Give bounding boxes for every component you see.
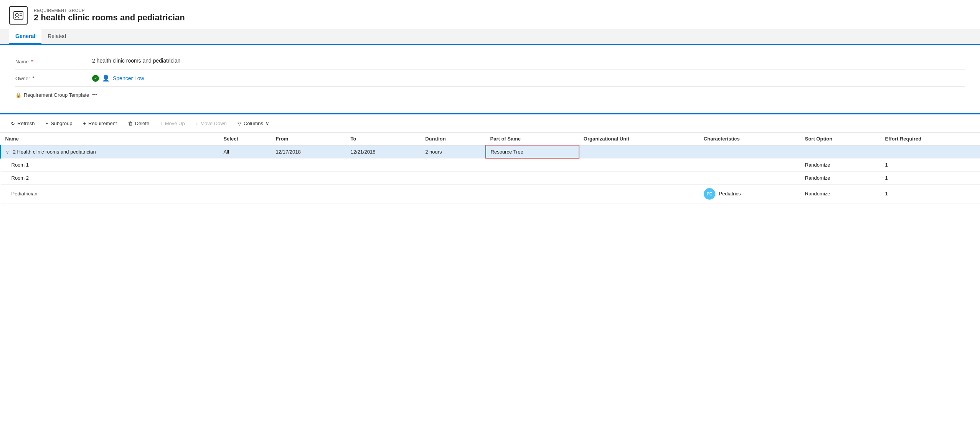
entity-title: 2 health clinic rooms and pediatrician bbox=[34, 13, 185, 23]
requirements-table: Name Select From To Duration Part of Sam… bbox=[0, 133, 980, 203]
subgroup-button[interactable]: + Subgroup bbox=[41, 118, 77, 129]
delete-button[interactable]: 🗑 Delete bbox=[123, 118, 154, 129]
row-duration bbox=[421, 171, 485, 184]
row-duration bbox=[421, 158, 485, 171]
row-from bbox=[271, 184, 346, 203]
table-header-row: Name Select From To Duration Part of Sam… bbox=[1, 133, 980, 145]
refresh-icon: ↻ bbox=[11, 121, 15, 126]
col-name: Name bbox=[1, 133, 219, 145]
col-sort-option: Sort Option bbox=[800, 133, 881, 145]
col-part-of-same: Part of Same bbox=[486, 133, 579, 145]
owner-link[interactable]: Spencer Low bbox=[113, 75, 144, 81]
name-value: 2 health clinic rooms and pediatrician bbox=[92, 58, 965, 64]
col-org-unit: Organizational Unit bbox=[579, 133, 699, 145]
entity-icon bbox=[9, 6, 28, 25]
row-org-unit bbox=[579, 184, 699, 203]
chevron-down-icon: ∨ bbox=[266, 121, 269, 126]
col-from: From bbox=[271, 133, 346, 145]
tab-general[interactable]: General bbox=[9, 29, 41, 44]
row-select bbox=[219, 171, 271, 184]
header-text: REQUIREMENT GROUP 2 health clinic rooms … bbox=[34, 8, 185, 23]
col-select: Select bbox=[219, 133, 271, 145]
row-part-of-same bbox=[486, 171, 579, 184]
name-field-row: Name * 2 health clinic rooms and pediatr… bbox=[15, 53, 965, 70]
col-characteristics: Characteristics bbox=[699, 133, 800, 145]
row-characteristics: PE Pediatrics bbox=[699, 184, 800, 203]
table-row[interactable]: Room 1 Randomize 1 bbox=[1, 158, 980, 171]
row-effort: 1 bbox=[881, 158, 980, 171]
person-icon: 👤 bbox=[102, 74, 110, 82]
row-name: Room 1 bbox=[1, 158, 219, 171]
row-to bbox=[346, 171, 421, 184]
add-subgroup-icon: + bbox=[46, 121, 49, 126]
row-part-of-same: Resource Tree bbox=[486, 145, 579, 158]
row-select bbox=[219, 184, 271, 203]
row-name: Pediatrician bbox=[1, 184, 219, 203]
row-part-of-same bbox=[486, 158, 579, 171]
owner-value: ✓ 👤 Spencer Low bbox=[92, 74, 965, 82]
row-to: 12/21/2018 bbox=[346, 145, 421, 158]
table-row[interactable]: Room 2 Randomize 1 bbox=[1, 171, 980, 184]
expand-icon: ∨ bbox=[6, 149, 9, 155]
row-sort-option bbox=[800, 145, 881, 158]
add-requirement-icon: + bbox=[83, 121, 86, 126]
row-effort: 1 bbox=[881, 184, 980, 203]
owner-field-row: Owner * ✓ 👤 Spencer Low bbox=[15, 70, 965, 87]
row-org-unit bbox=[579, 158, 699, 171]
move-down-button[interactable]: ↓ Move Down bbox=[191, 118, 231, 129]
page-header: REQUIREMENT GROUP 2 health clinic rooms … bbox=[0, 0, 980, 29]
grid-container: Name Select From To Duration Part of Sam… bbox=[0, 133, 980, 203]
row-effort bbox=[881, 145, 980, 158]
row-select bbox=[219, 158, 271, 171]
svg-point-1 bbox=[15, 13, 18, 17]
template-label: 🔒 Requirement Group Template bbox=[15, 91, 92, 98]
refresh-button[interactable]: ↻ Refresh bbox=[6, 118, 40, 129]
row-part-of-same bbox=[486, 184, 579, 203]
row-from bbox=[271, 171, 346, 184]
table-row[interactable]: Pediatrician PE Pediatrics Randomize 1 bbox=[1, 184, 980, 203]
row-name: Room 2 bbox=[1, 171, 219, 184]
row-from bbox=[271, 158, 346, 171]
form-section: Name * 2 health clinic rooms and pediatr… bbox=[0, 45, 980, 113]
row-from: 12/17/2018 bbox=[271, 145, 346, 158]
name-label: Name * bbox=[15, 58, 92, 64]
move-up-button[interactable]: ↑ Move Up bbox=[155, 118, 190, 129]
tab-related[interactable]: Related bbox=[41, 29, 72, 44]
col-duration: Duration bbox=[421, 133, 485, 145]
tabs-bar: General Related bbox=[0, 29, 980, 44]
col-effort: Effort Required bbox=[881, 133, 980, 145]
subgrid-toolbar: ↻ Refresh + Subgroup + Requirement 🗑 Del… bbox=[0, 114, 980, 133]
filter-icon: ▽ bbox=[238, 121, 241, 126]
move-down-icon: ↓ bbox=[196, 121, 198, 126]
row-sort-option: Randomize bbox=[800, 184, 881, 203]
row-to bbox=[346, 184, 421, 203]
owner-check-icon: ✓ bbox=[92, 75, 99, 82]
row-select: All bbox=[219, 145, 271, 158]
lock-icon: 🔒 bbox=[15, 92, 21, 98]
row-sort-option: Randomize bbox=[800, 171, 881, 184]
row-characteristics bbox=[699, 171, 800, 184]
move-up-icon: ↑ bbox=[160, 121, 163, 126]
owner-label: Owner * bbox=[15, 74, 92, 81]
template-value: --- bbox=[92, 91, 965, 98]
row-name: ∨ 2 Health clinic rooms and pediatrician bbox=[1, 145, 219, 158]
row-org-unit bbox=[579, 145, 699, 158]
subgrid-section: ↻ Refresh + Subgroup + Requirement 🗑 Del… bbox=[0, 113, 980, 203]
row-duration: 2 hours bbox=[421, 145, 485, 158]
row-characteristics bbox=[699, 145, 800, 158]
table-row[interactable]: ∨ 2 Health clinic rooms and pediatrician… bbox=[1, 145, 980, 158]
required-indicator: * bbox=[31, 58, 33, 64]
entity-type-label: REQUIREMENT GROUP bbox=[34, 8, 185, 13]
delete-icon: 🗑 bbox=[128, 121, 133, 126]
row-org-unit bbox=[579, 171, 699, 184]
col-to: To bbox=[346, 133, 421, 145]
characteristics-badge: PE bbox=[704, 188, 715, 200]
row-sort-option: Randomize bbox=[800, 158, 881, 171]
requirement-button[interactable]: + Requirement bbox=[79, 118, 122, 129]
owner-required-indicator: * bbox=[32, 75, 34, 81]
columns-button[interactable]: ▽ Columns ∨ bbox=[233, 118, 274, 129]
row-effort: 1 bbox=[881, 171, 980, 184]
row-to bbox=[346, 158, 421, 171]
template-field-row: 🔒 Requirement Group Template --- bbox=[15, 87, 965, 104]
row-duration bbox=[421, 184, 485, 203]
